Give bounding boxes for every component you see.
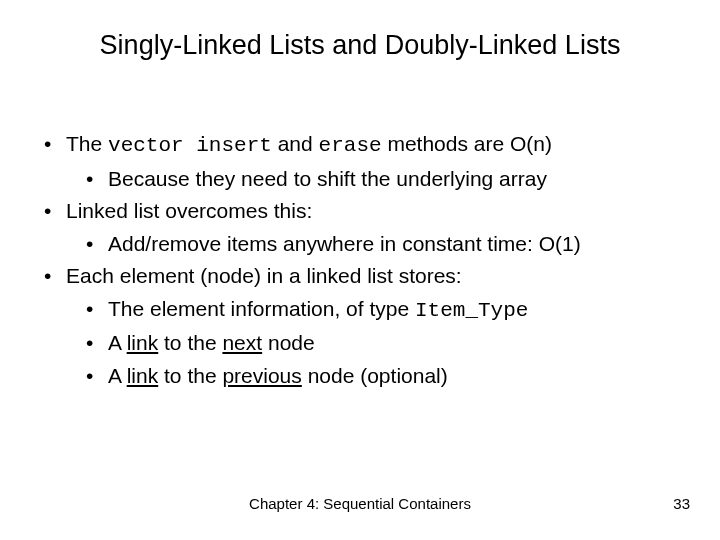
underlined-text: link xyxy=(127,331,159,354)
text: Add/remove items anywhere in constant ti… xyxy=(108,232,581,255)
bullet-item: Linked list overcomes this: xyxy=(44,195,684,228)
text: Each element (node) in a linked list sto… xyxy=(66,264,462,287)
bullet-item: The vector insert and erase methods are … xyxy=(44,128,684,163)
bullet-sub-item: Because they need to shift the underlyin… xyxy=(44,163,684,196)
bullet-sub-item: Add/remove items anywhere in constant ti… xyxy=(44,228,684,261)
text: A xyxy=(108,364,127,387)
text: Because they need to shift the underlyin… xyxy=(108,167,547,190)
page-number: 33 xyxy=(673,495,690,512)
text: to the xyxy=(158,364,222,387)
bullet-sub-item: A link to the next node xyxy=(44,327,684,360)
code-text: vector insert xyxy=(108,134,272,157)
code-text: Item_Type xyxy=(415,299,528,322)
underlined-text: previous xyxy=(222,364,301,387)
slide-title: Singly-Linked Lists and Doubly-Linked Li… xyxy=(0,30,720,61)
text: to the xyxy=(158,331,222,354)
text: Linked list overcomes this: xyxy=(66,199,312,222)
slide-body: The vector insert and erase methods are … xyxy=(44,128,684,392)
underlined-text: link xyxy=(127,364,159,387)
text: methods are O(n) xyxy=(382,132,552,155)
underlined-text: next xyxy=(222,331,262,354)
text: The xyxy=(66,132,108,155)
bullet-list: The vector insert and erase methods are … xyxy=(44,128,684,392)
bullet-sub-item: The element information, of type Item_Ty… xyxy=(44,293,684,328)
text: node xyxy=(262,331,315,354)
bullet-item: Each element (node) in a linked list sto… xyxy=(44,260,684,293)
footer-chapter: Chapter 4: Sequential Containers xyxy=(0,495,720,512)
text: The element information, of type xyxy=(108,297,415,320)
text: and xyxy=(272,132,319,155)
text: node (optional) xyxy=(302,364,448,387)
text: A xyxy=(108,331,127,354)
slide: Singly-Linked Lists and Doubly-Linked Li… xyxy=(0,0,720,540)
code-text: erase xyxy=(319,134,382,157)
bullet-sub-item: A link to the previous node (optional) xyxy=(44,360,684,393)
